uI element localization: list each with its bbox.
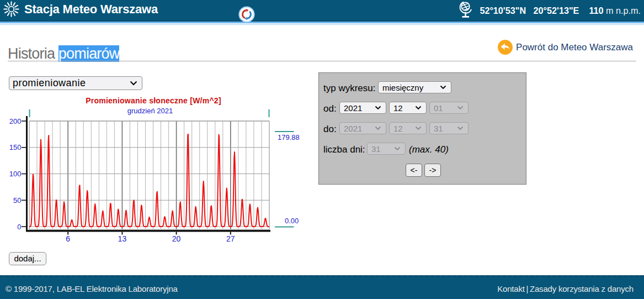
svg-text:100: 100 (9, 170, 22, 178)
svg-text:0.00: 0.00 (285, 217, 299, 225)
svg-text:179.88: 179.88 (278, 133, 300, 141)
svg-text:6: 6 (66, 234, 70, 243)
svg-text:Promieniowanie słoneczne [W/m^: Promieniowanie słoneczne [W/m^2] (86, 96, 221, 105)
svg-text:150: 150 (9, 143, 22, 151)
svg-text:27: 27 (226, 234, 235, 243)
svg-text:20: 20 (172, 234, 181, 243)
svg-text:13: 13 (118, 234, 127, 243)
svg-text:0: 0 (17, 223, 21, 231)
svg-text:200: 200 (9, 117, 22, 125)
svg-text:grudzień 2021: grudzień 2021 (127, 107, 173, 115)
svg-text:50: 50 (13, 196, 21, 204)
